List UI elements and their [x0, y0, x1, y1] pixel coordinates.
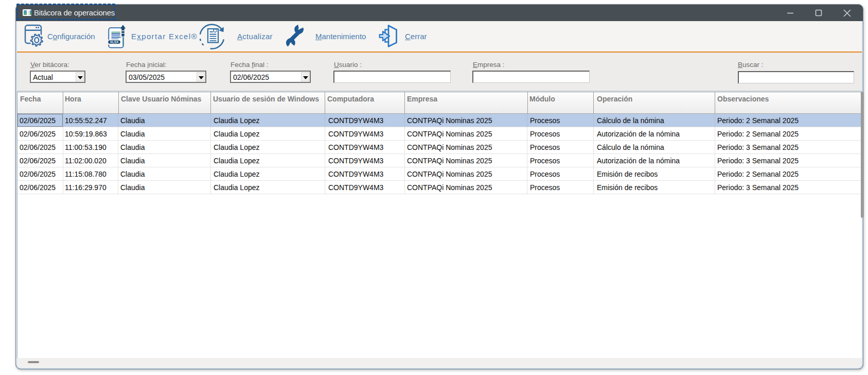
svg-text:XLSX: XLSX [110, 40, 119, 44]
